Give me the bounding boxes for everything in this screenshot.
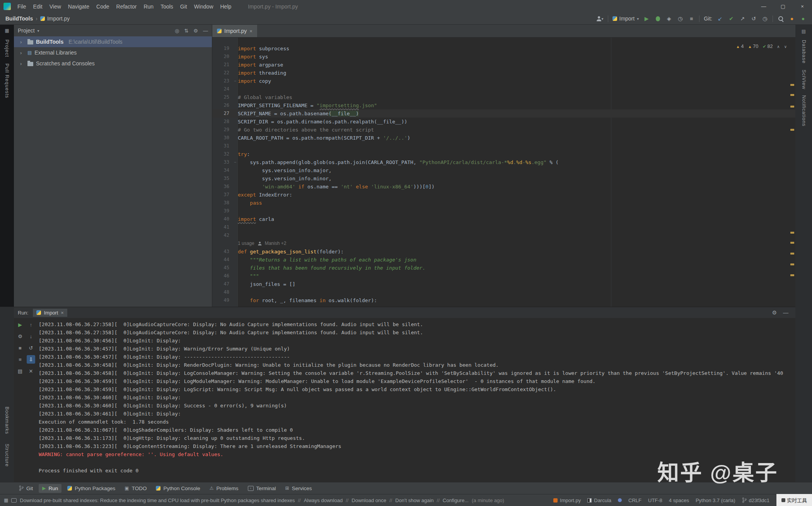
error-stripe-mark[interactable] (790, 106, 794, 108)
error-stripe-mark[interactable] (790, 232, 794, 234)
toolwindow-problems[interactable]: ⚠ Problems (206, 484, 242, 493)
rerun-button[interactable]: ▶ (16, 320, 24, 329)
breadcrumb-file[interactable]: Import.py (47, 15, 70, 22)
close-button[interactable]: × (793, 0, 812, 13)
stop-button[interactable]: ■ (688, 15, 695, 22)
code-line[interactable]: 40import carla (212, 215, 795, 223)
code-line[interactable]: 26IMPORT_SETTING_FILENAME = "importsetti… (212, 101, 795, 109)
code-line[interactable]: 37except IndexError: (212, 191, 795, 199)
code-line[interactable]: 46 """ (212, 272, 795, 280)
error-stripe-mark[interactable] (790, 274, 794, 276)
code-line[interactable]: 29# Go two directories above the current… (212, 126, 795, 134)
run-button[interactable]: ▶ (643, 15, 650, 22)
run-configuration-select[interactable]: Import ▾ (612, 15, 639, 22)
coverage-button[interactable]: ◈ (665, 15, 672, 22)
toolwindow-services[interactable]: ⊞ Services (282, 484, 316, 493)
menu-window[interactable]: Window (191, 2, 217, 12)
code-line[interactable]: 21import argparse (212, 61, 795, 69)
maximize-button[interactable]: ▢ (773, 0, 793, 13)
git-revision-widget[interactable]: d23f3dc1 (742, 497, 770, 503)
code-line[interactable]: 36 'win-amd64' if os.name == 'nt' else '… (212, 183, 795, 191)
menu-file[interactable]: File (14, 2, 30, 12)
menu-view[interactable]: View (46, 2, 65, 12)
code-line[interactable]: 38 pass (212, 199, 795, 207)
toolwindow-python-packages[interactable]: Python Packages (64, 484, 119, 493)
soft-wrap-button[interactable]: ↺ (27, 344, 35, 352)
menu-refactor[interactable]: Refactor (113, 2, 140, 12)
menu-edit[interactable]: Edit (30, 2, 46, 12)
code-line[interactable]: 25# Global variables (212, 93, 795, 101)
error-stripe-mark[interactable] (790, 263, 794, 265)
navigate-down-button[interactable]: ↓ (27, 332, 35, 340)
code-editor[interactable]: 19import subprocess20import sys21import … (212, 38, 795, 307)
editor-tab-importpy[interactable]: Import.py × (212, 25, 257, 37)
code-line[interactable]: 20import sys (212, 53, 795, 61)
code-line[interactable]: 32try: (212, 150, 795, 158)
usages-hint[interactable]: 1 usage (238, 239, 254, 248)
project-root-row[interactable]: › BuildTools E:\carla\Util\BuildTools (14, 36, 212, 47)
status-indicator-icon[interactable] (618, 498, 622, 502)
external-libraries-row[interactable]: › ▤ External Libraries (14, 47, 212, 58)
toolwindow-python-console[interactable]: Python Console (152, 484, 203, 493)
code-line[interactable]: 41 (212, 223, 795, 231)
code-line[interactable]: 28SCRIPT_DIR = os.path.dirname(os.path.r… (212, 118, 795, 126)
project-panel-title[interactable]: Project (18, 27, 35, 34)
code-line[interactable]: 43def get_packages_json_list(folder): (212, 248, 795, 256)
code-line[interactable]: 49 for root, _, filenames in os.walk(fol… (212, 296, 795, 304)
code-line[interactable]: 23−import copy (212, 77, 795, 85)
line-ending-widget[interactable]: CRLF (628, 497, 641, 503)
code-line[interactable]: 39 (212, 207, 795, 215)
git-update-button[interactable]: ↙ (716, 15, 723, 22)
minimize-button[interactable]: — (754, 0, 773, 13)
code-line[interactable]: 30CARLA_ROOT_PATH = os.path.normpath(SCR… (212, 134, 795, 142)
run-tab-import[interactable]: Import × (33, 309, 67, 317)
debug-button[interactable] (654, 15, 661, 22)
code-line[interactable]: 22import threading (212, 69, 795, 77)
restore-layout-button[interactable]: ≡ (16, 355, 24, 364)
navigate-up-button[interactable]: ↑ (27, 320, 35, 329)
code-line[interactable]: 47 json_files = [] (212, 280, 795, 288)
toolwindow-button-database[interactable]: Database (801, 40, 807, 64)
git-commit-button[interactable]: ✔ (728, 15, 735, 22)
menu-tools[interactable]: Tools (157, 2, 177, 12)
toolwindow-button-bookmarks[interactable]: Bookmarks (4, 407, 10, 434)
inspections-widget[interactable]: ▲4 ▲70 ✔82 ∧ ∨ (734, 43, 789, 50)
error-stripe-mark[interactable] (790, 129, 794, 131)
hide-panel-button[interactable]: — (783, 309, 788, 316)
toolwindow-terminal[interactable]: › Terminal (244, 484, 280, 493)
link-dont-show-again[interactable]: Don't show again (395, 497, 433, 503)
toolwindow-button-structure[interactable]: Structure (4, 444, 10, 467)
settings-gear-icon[interactable]: ⚙ (193, 28, 198, 34)
author-hint[interactable]: Manish +2 (265, 239, 287, 248)
git-push-button[interactable]: ↗ (739, 15, 746, 22)
tab-close-icon[interactable]: × (61, 310, 64, 316)
menu-git[interactable]: Git (177, 2, 191, 12)
error-stripe-mark[interactable] (790, 242, 794, 244)
profiler-button[interactable]: ◷ (677, 15, 684, 22)
breadcrumb-project[interactable]: BuildTools (5, 15, 33, 22)
hide-panel-button[interactable]: — (203, 28, 208, 34)
scratches-row[interactable]: › Scratches and Consoles (14, 58, 212, 69)
settings-gear-icon[interactable]: ⚙ (772, 309, 777, 316)
toolwindow-button-project[interactable]: Project (4, 39, 10, 57)
chevron-down-icon[interactable]: ▾ (38, 29, 39, 33)
locate-file-button[interactable]: ◎ (175, 28, 179, 34)
clear-all-button[interactable]: ✕ (27, 367, 35, 375)
code-line[interactable]: 24 (212, 85, 795, 93)
toolwindow-button-pull-requests[interactable]: Pull Requests (4, 63, 10, 98)
toolwindow-switcher-icon[interactable]: ▦ (4, 497, 8, 503)
ide-update-icon[interactable]: ● (788, 15, 795, 22)
menu-code[interactable]: Code (93, 2, 113, 12)
code-line[interactable]: 31 (212, 142, 795, 150)
link-configure[interactable]: Configure... (443, 497, 469, 503)
toolwindow-git[interactable]: Git (15, 484, 36, 493)
edit-configuration-button[interactable]: ⚙ (16, 332, 24, 340)
code-line[interactable]: 34 sys.version_info.major, (212, 166, 795, 174)
code-line[interactable]: 19import subprocess (212, 44, 795, 53)
indent-widget[interactable]: 4 spaces (669, 497, 689, 503)
code-line[interactable]: 44 """Returns a list with the paths of e… (212, 256, 795, 264)
error-stripe-mark[interactable] (790, 253, 794, 255)
toolwindow-button-sciview[interactable]: SciView (801, 70, 807, 89)
status-file-widget[interactable]: Import.py (553, 497, 581, 503)
toolwindow-button-notifications[interactable]: Notifications (801, 95, 807, 126)
